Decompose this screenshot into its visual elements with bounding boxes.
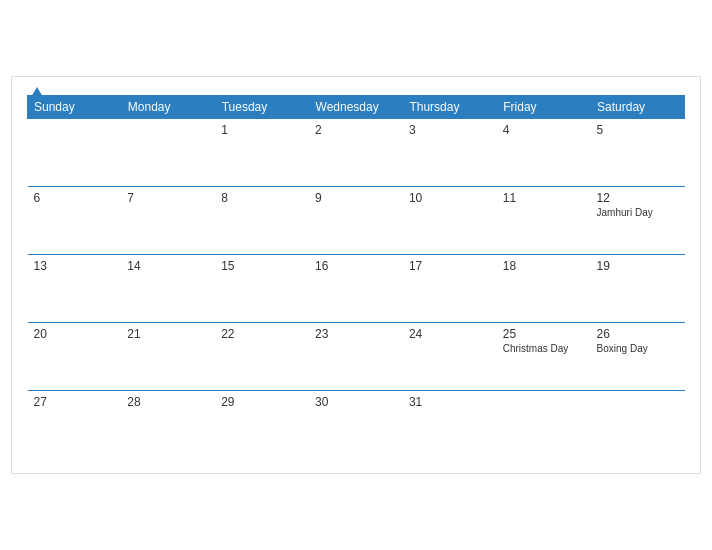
day-number: 6 bbox=[34, 191, 116, 205]
day-number: 14 bbox=[127, 259, 209, 273]
day-number: 29 bbox=[221, 395, 303, 409]
day-number: 17 bbox=[409, 259, 491, 273]
day-number: 13 bbox=[34, 259, 116, 273]
calendar-cell: 2 bbox=[309, 118, 403, 186]
day-number: 23 bbox=[315, 327, 397, 341]
calendar-cell: 19 bbox=[591, 254, 685, 322]
calendar-week-row: 6789101112Jamhuri Day bbox=[28, 186, 685, 254]
calendar-week-row: 202122232425Christmas Day26Boxing Day bbox=[28, 322, 685, 390]
calendar-cell: 4 bbox=[497, 118, 591, 186]
calendar-cell: 28 bbox=[121, 390, 215, 458]
day-number: 9 bbox=[315, 191, 397, 205]
calendar-cell: 3 bbox=[403, 118, 497, 186]
calendar-cell bbox=[591, 390, 685, 458]
day-number: 11 bbox=[503, 191, 585, 205]
calendar-cell: 26Boxing Day bbox=[591, 322, 685, 390]
day-number: 3 bbox=[409, 123, 491, 137]
weekday-header-friday: Friday bbox=[497, 95, 591, 118]
day-number: 18 bbox=[503, 259, 585, 273]
holiday-label: Boxing Day bbox=[597, 343, 679, 354]
calendar-header-row: SundayMondayTuesdayWednesdayThursdayFrid… bbox=[28, 95, 685, 118]
calendar-cell: 13 bbox=[28, 254, 122, 322]
calendar-container: SundayMondayTuesdayWednesdayThursdayFrid… bbox=[11, 76, 701, 475]
day-number: 26 bbox=[597, 327, 679, 341]
day-number: 7 bbox=[127, 191, 209, 205]
logo-triangle-icon bbox=[31, 87, 43, 97]
weekday-header-sunday: Sunday bbox=[28, 95, 122, 118]
calendar-cell: 31 bbox=[403, 390, 497, 458]
calendar-cell: 8 bbox=[215, 186, 309, 254]
calendar-cell: 20 bbox=[28, 322, 122, 390]
calendar-cell: 27 bbox=[28, 390, 122, 458]
day-number: 28 bbox=[127, 395, 209, 409]
day-number: 16 bbox=[315, 259, 397, 273]
day-number: 12 bbox=[597, 191, 679, 205]
weekday-header-wednesday: Wednesday bbox=[309, 95, 403, 118]
logo bbox=[27, 87, 43, 97]
holiday-label: Christmas Day bbox=[503, 343, 585, 354]
calendar-cell: 15 bbox=[215, 254, 309, 322]
calendar-cell bbox=[497, 390, 591, 458]
calendar-week-row: 12345 bbox=[28, 118, 685, 186]
calendar-week-row: 13141516171819 bbox=[28, 254, 685, 322]
calendar-cell: 22 bbox=[215, 322, 309, 390]
day-number: 21 bbox=[127, 327, 209, 341]
calendar-cell: 1 bbox=[215, 118, 309, 186]
day-number: 1 bbox=[221, 123, 303, 137]
day-number: 30 bbox=[315, 395, 397, 409]
calendar-cell: 25Christmas Day bbox=[497, 322, 591, 390]
calendar-body: 123456789101112Jamhuri Day13141516171819… bbox=[28, 118, 685, 458]
weekday-header-tuesday: Tuesday bbox=[215, 95, 309, 118]
calendar-cell: 10 bbox=[403, 186, 497, 254]
calendar-cell: 5 bbox=[591, 118, 685, 186]
day-number: 20 bbox=[34, 327, 116, 341]
day-number: 5 bbox=[597, 123, 679, 137]
calendar-cell bbox=[121, 118, 215, 186]
holiday-label: Jamhuri Day bbox=[597, 207, 679, 218]
day-number: 24 bbox=[409, 327, 491, 341]
day-number: 4 bbox=[503, 123, 585, 137]
calendar-cell: 24 bbox=[403, 322, 497, 390]
weekday-header-monday: Monday bbox=[121, 95, 215, 118]
calendar-cell: 14 bbox=[121, 254, 215, 322]
day-number: 2 bbox=[315, 123, 397, 137]
calendar-cell: 30 bbox=[309, 390, 403, 458]
calendar-cell: 21 bbox=[121, 322, 215, 390]
calendar-table: SundayMondayTuesdayWednesdayThursdayFrid… bbox=[27, 95, 685, 459]
calendar-cell bbox=[28, 118, 122, 186]
day-number: 22 bbox=[221, 327, 303, 341]
weekday-header-saturday: Saturday bbox=[591, 95, 685, 118]
day-number: 25 bbox=[503, 327, 585, 341]
calendar-cell: 16 bbox=[309, 254, 403, 322]
calendar-cell: 29 bbox=[215, 390, 309, 458]
calendar-cell: 7 bbox=[121, 186, 215, 254]
calendar-cell: 23 bbox=[309, 322, 403, 390]
day-number: 10 bbox=[409, 191, 491, 205]
weekday-header-thursday: Thursday bbox=[403, 95, 497, 118]
calendar-cell: 12Jamhuri Day bbox=[591, 186, 685, 254]
day-number: 15 bbox=[221, 259, 303, 273]
calendar-cell: 11 bbox=[497, 186, 591, 254]
day-number: 31 bbox=[409, 395, 491, 409]
day-number: 8 bbox=[221, 191, 303, 205]
calendar-cell: 9 bbox=[309, 186, 403, 254]
calendar-cell: 18 bbox=[497, 254, 591, 322]
day-number: 19 bbox=[597, 259, 679, 273]
calendar-cell: 6 bbox=[28, 186, 122, 254]
calendar-week-row: 2728293031 bbox=[28, 390, 685, 458]
day-number: 27 bbox=[34, 395, 116, 409]
calendar-cell: 17 bbox=[403, 254, 497, 322]
